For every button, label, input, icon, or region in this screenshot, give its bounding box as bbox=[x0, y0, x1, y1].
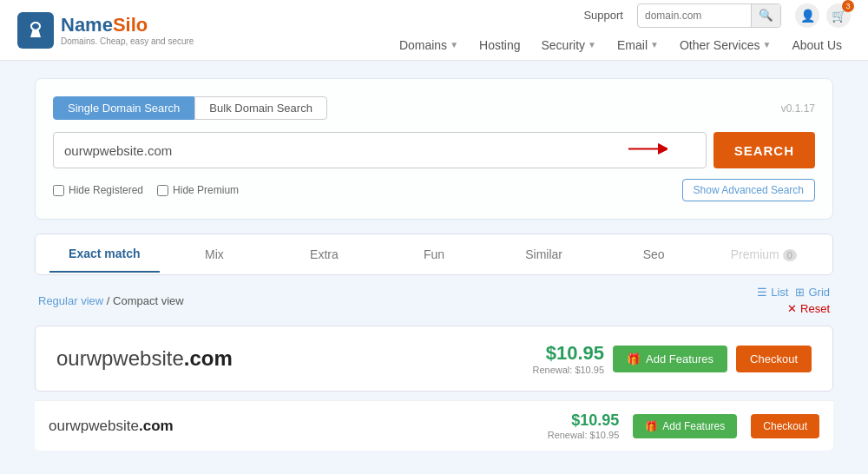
search-options: Hide Registered Hide Premium Show Advanc… bbox=[53, 179, 815, 201]
nav-item-hosting[interactable]: Hosting bbox=[470, 33, 529, 57]
list-icon: ☰ bbox=[757, 286, 767, 299]
cart-icon[interactable]: 🛒 3 bbox=[826, 3, 851, 28]
tab-fun[interactable]: Fun bbox=[379, 237, 490, 272]
domain-search-input[interactable] bbox=[53, 132, 707, 168]
support-link[interactable]: Support bbox=[583, 9, 623, 22]
featured-checkout-button[interactable]: Checkout bbox=[736, 346, 812, 372]
search-panel: Single Domain Search Bulk Domain Search … bbox=[35, 78, 833, 220]
row-add-features-button[interactable]: 🎁 Add Features bbox=[633, 414, 737, 438]
nav-item-domains[interactable]: Domains ▼ bbox=[391, 33, 467, 57]
tab-bulk-domain[interactable]: Bulk Domain Search bbox=[194, 96, 327, 120]
header-search[interactable]: 🔍 bbox=[637, 3, 781, 28]
nav-item-about-us[interactable]: About Us bbox=[783, 33, 851, 57]
cart-badge: 3 bbox=[842, 0, 854, 12]
tab-group: Single Domain Search Bulk Domain Search bbox=[53, 96, 327, 120]
hide-premium-checkbox[interactable]: Hide Premium bbox=[157, 184, 239, 196]
chevron-down-icon: ▼ bbox=[588, 40, 596, 49]
row-price-renewal: Renewal: $10.95 bbox=[548, 430, 620, 440]
tab-mix[interactable]: Mix bbox=[160, 237, 270, 272]
featured-price: $10.95 Renewal: $10.95 bbox=[532, 342, 604, 375]
version-label: v0.1.17 bbox=[781, 102, 815, 115]
nav-item-email[interactable]: Email ▼ bbox=[608, 33, 667, 57]
header-search-input[interactable] bbox=[638, 10, 751, 22]
main-content: Single Domain Search Bulk Domain Search … bbox=[0, 61, 868, 468]
view-buttons: ☰ List ⊞ Grid ✕ Reset bbox=[757, 286, 830, 315]
svg-marker-1 bbox=[659, 145, 667, 154]
chevron-down-icon: ▼ bbox=[763, 40, 772, 49]
featured-actions: $10.95 Renewal: $10.95 🎁 Add Features Ch… bbox=[532, 342, 812, 375]
header-top: Support 🔍 👤 🛒 3 bbox=[583, 3, 851, 28]
chevron-down-icon: ▼ bbox=[650, 40, 659, 49]
compact-view-link[interactable]: Compact view bbox=[113, 294, 184, 307]
hide-premium-input[interactable] bbox=[157, 185, 168, 196]
featured-price-renewal: Renewal: $10.95 bbox=[532, 365, 604, 375]
nav-bar: Domains ▼ Hosting Security ▼ Email ▼ Oth… bbox=[391, 33, 851, 57]
list-view-button[interactable]: ☰ List bbox=[757, 286, 788, 299]
tab-single-domain[interactable]: Single Domain Search bbox=[53, 96, 194, 120]
arrow-indicator bbox=[624, 141, 667, 161]
featured-price-main: $10.95 bbox=[532, 342, 604, 365]
header-icons: 👤 🛒 3 bbox=[795, 3, 851, 28]
logo-icon bbox=[17, 12, 54, 49]
chevron-down-icon: ▼ bbox=[450, 40, 458, 49]
domain-result-row: ourwpwebsite.com $10.95 Renewal: $10.95 … bbox=[35, 400, 833, 451]
row-checkout-button[interactable]: Checkout bbox=[751, 414, 819, 438]
logo-tagline: Domains. Cheap, easy and secure bbox=[61, 36, 194, 46]
domain-result-featured: ourwpwebsite.com $10.95 Renewal: $10.95 … bbox=[35, 326, 833, 392]
grid-view-button[interactable]: ⊞ Grid bbox=[795, 286, 830, 299]
checkbox-group: Hide Registered Hide Premium bbox=[53, 184, 239, 196]
user-icon[interactable]: 👤 bbox=[795, 3, 819, 28]
featured-add-features-button[interactable]: 🎁 Add Features bbox=[613, 346, 727, 372]
row-price-main: $10.95 bbox=[548, 411, 620, 430]
domain-input-wrap bbox=[53, 132, 707, 168]
tab-premium[interactable]: Premium 0 bbox=[708, 237, 819, 272]
tab-exact-match[interactable]: Exact match bbox=[49, 236, 160, 273]
featured-domain-name: ourwpwebsite.com bbox=[56, 346, 233, 371]
view-controls: Regular view / Compact view ☰ List ⊞ Gri… bbox=[35, 286, 833, 315]
nav-item-other-services[interactable]: Other Services ▼ bbox=[671, 33, 780, 57]
view-links: Regular view / Compact view bbox=[38, 294, 184, 307]
row-right: $10.95 Renewal: $10.95 🎁 Add Features Ch… bbox=[548, 411, 819, 440]
gift-icon: 🎁 bbox=[627, 352, 641, 365]
header-right: Support 🔍 👤 🛒 3 Domains ▼ Hosting bbox=[391, 3, 851, 57]
logo-name: NameSilo bbox=[61, 14, 194, 36]
logo-text: NameSilo Domains. Cheap, easy and secure bbox=[61, 14, 194, 46]
hide-registered-checkbox[interactable]: Hide Registered bbox=[53, 184, 143, 196]
advanced-search-button[interactable]: Show Advanced Search bbox=[682, 179, 815, 201]
logo[interactable]: NameSilo Domains. Cheap, easy and secure bbox=[17, 12, 194, 49]
search-row: SEARCH bbox=[53, 132, 815, 168]
search-tabs: Single Domain Search Bulk Domain Search … bbox=[53, 96, 815, 120]
search-button[interactable]: SEARCH bbox=[713, 132, 815, 168]
tab-extra[interactable]: Extra bbox=[269, 237, 379, 272]
row-price: $10.95 Renewal: $10.95 bbox=[548, 411, 620, 440]
result-tabs: Exact match Mix Extra Fun Similar Seo Pr… bbox=[35, 234, 833, 275]
hide-registered-input[interactable] bbox=[53, 185, 64, 196]
gift-icon: 🎁 bbox=[645, 420, 658, 432]
x-icon: ✕ bbox=[787, 302, 797, 315]
view-separator: / bbox=[107, 294, 110, 307]
reset-button[interactable]: ✕ Reset bbox=[787, 302, 830, 315]
view-btn-row: ☰ List ⊞ Grid bbox=[757, 286, 830, 299]
tab-seo[interactable]: Seo bbox=[599, 237, 709, 272]
nav-item-security[interactable]: Security ▼ bbox=[533, 33, 605, 57]
tab-similar[interactable]: Similar bbox=[489, 237, 599, 272]
grid-icon: ⊞ bbox=[795, 286, 805, 299]
header-search-button[interactable]: 🔍 bbox=[751, 3, 780, 28]
regular-view-link[interactable]: Regular view bbox=[38, 294, 103, 307]
row-domain-name: ourwpwebsite.com bbox=[49, 418, 174, 435]
header: NameSilo Domains. Cheap, easy and secure… bbox=[0, 0, 868, 61]
